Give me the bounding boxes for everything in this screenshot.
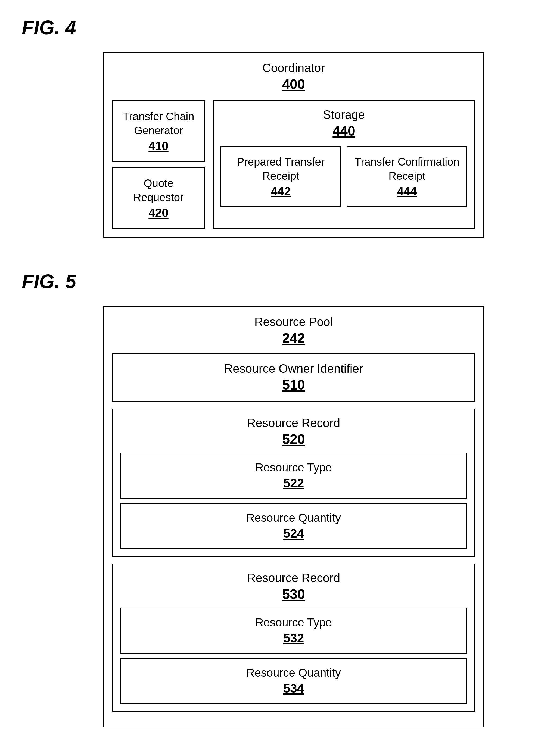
transfer-confirmation-receipt-title: Transfer Confirmation Receipt bbox=[353, 155, 461, 183]
resource-type-2-box: Resource Type 532 bbox=[120, 608, 467, 654]
resource-quantity-2-number: 534 bbox=[126, 681, 461, 696]
coordinator-title: Coordinator bbox=[112, 61, 475, 75]
coordinator-box: Coordinator 400 Transfer Chain Generator… bbox=[103, 52, 484, 238]
quote-requestor-title: Quote Requestor bbox=[119, 176, 198, 204]
resource-type-2-number: 532 bbox=[126, 631, 461, 645]
pool-number: 242 bbox=[112, 330, 475, 346]
pool-title: Resource Pool bbox=[112, 315, 475, 329]
prepared-transfer-receipt-title: Prepared Transfer Receipt bbox=[227, 155, 335, 183]
fig5-section: FIG. 5 Resource Pool 242 Resource Owner … bbox=[22, 270, 538, 728]
storage-box: Storage 440 Prepared Transfer Receipt 44… bbox=[213, 100, 475, 228]
storage-inner: Prepared Transfer Receipt 442 Transfer C… bbox=[220, 146, 467, 207]
quote-requestor-number: 420 bbox=[119, 206, 198, 220]
owner-id-title: Resource Owner Identifier bbox=[119, 362, 469, 375]
transfer-confirmation-receipt-box: Transfer Confirmation Receipt 444 bbox=[346, 146, 467, 207]
transfer-chain-generator-title: Transfer Chain Generator bbox=[119, 109, 198, 138]
quote-requestor-box: Quote Requestor 420 bbox=[112, 167, 205, 228]
storage-title: Storage bbox=[220, 108, 467, 121]
record-2-title: Resource Record bbox=[120, 571, 467, 585]
record-2-number: 530 bbox=[120, 586, 467, 602]
prepared-transfer-receipt-box: Prepared Transfer Receipt 442 bbox=[220, 146, 341, 207]
resource-quantity-1-box: Resource Quantity 524 bbox=[120, 503, 467, 549]
record-1-number: 520 bbox=[120, 432, 467, 447]
fig4-section: FIG. 4 Coordinator 400 Transfer Chain Ge… bbox=[22, 16, 538, 238]
resource-record-2-section: Resource Record 530 Resource Type 532 Re… bbox=[112, 563, 475, 712]
resource-type-1-title: Resource Type bbox=[126, 461, 461, 474]
left-column: Transfer Chain Generator 410 Quote Reque… bbox=[112, 100, 205, 228]
coordinator-number: 400 bbox=[112, 76, 475, 92]
resource-quantity-2-title: Resource Quantity bbox=[126, 666, 461, 679]
prepared-transfer-receipt-number: 442 bbox=[227, 184, 335, 198]
owner-id-number: 510 bbox=[119, 377, 469, 393]
storage-number: 440 bbox=[220, 123, 467, 139]
resource-type-2-title: Resource Type bbox=[126, 616, 461, 629]
transfer-chain-generator-number: 410 bbox=[119, 139, 198, 153]
resource-pool-box: Resource Pool 242 Resource Owner Identif… bbox=[103, 306, 484, 728]
resource-quantity-2-box: Resource Quantity 534 bbox=[120, 658, 467, 704]
resource-quantity-1-number: 524 bbox=[126, 526, 461, 541]
fig5-label: FIG. 5 bbox=[22, 270, 538, 293]
resource-quantity-1-title: Resource Quantity bbox=[126, 511, 461, 524]
owner-id-box: Resource Owner Identifier 510 bbox=[112, 353, 475, 402]
coordinator-inner: Transfer Chain Generator 410 Quote Reque… bbox=[112, 100, 475, 228]
resource-type-1-box: Resource Type 522 bbox=[120, 453, 467, 499]
resource-record-1-section: Resource Record 520 Resource Type 522 Re… bbox=[112, 409, 475, 557]
transfer-confirmation-receipt-number: 444 bbox=[353, 184, 461, 198]
resource-type-1-number: 522 bbox=[126, 476, 461, 491]
fig4-label: FIG. 4 bbox=[22, 16, 538, 39]
record-1-title: Resource Record bbox=[120, 416, 467, 430]
transfer-chain-generator-box: Transfer Chain Generator 410 bbox=[112, 100, 205, 162]
